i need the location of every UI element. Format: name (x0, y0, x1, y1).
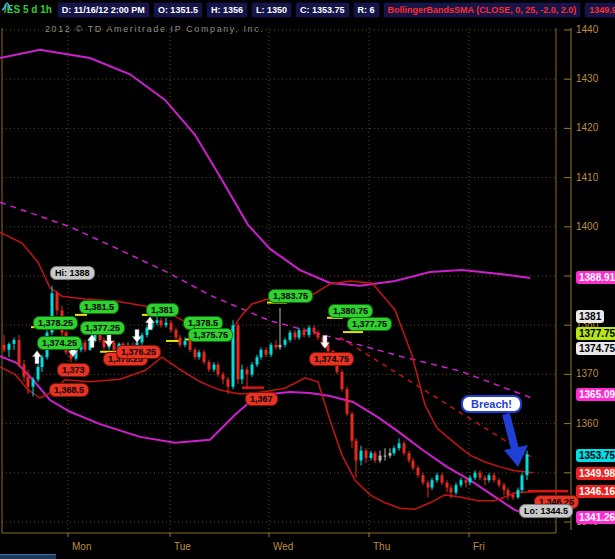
breach-arrow-shaft (506, 414, 515, 449)
candle-body (41, 357, 44, 367)
candle-body (479, 473, 482, 478)
bollinger-lower-magenta (0, 356, 533, 515)
candle-body (469, 478, 472, 483)
candle-body (455, 485, 458, 492)
price-flag: 1,377.75 (347, 317, 392, 331)
candle-body (256, 357, 259, 364)
axis-price-flag: 1365.09 (576, 388, 615, 401)
price-flag: 1,377.25 (80, 321, 125, 335)
copyright-text: 2012 © TD Ameritrade IP Company, Inc. (45, 24, 264, 34)
candle-body (160, 320, 163, 325)
day-label: Thu (373, 541, 390, 552)
candle-body (346, 389, 349, 414)
trade-arrow-down (133, 330, 142, 343)
axis-price-flag: 1349.98 (576, 467, 615, 480)
candle-body (412, 461, 415, 468)
candle-body (251, 365, 254, 375)
candle-body (365, 451, 368, 458)
candle-body (113, 342, 116, 349)
candle-body (360, 451, 363, 461)
candle-body (488, 475, 491, 480)
candle-body (422, 475, 425, 482)
price-tick-label: 1420 (576, 122, 598, 133)
candle-body (227, 379, 230, 386)
candle-body (308, 328, 311, 335)
candle-body (512, 495, 515, 497)
price-flag: 1,374.75 (309, 352, 354, 366)
chart-header: /ES 5 d 1h D: 11/16/12 2:00 PMO: 1351.5H… (0, 0, 615, 22)
candle-body (384, 456, 387, 457)
price-flag: 1,367 (245, 392, 278, 406)
candle-body (503, 485, 506, 490)
candle-body (265, 350, 268, 355)
candle-body (279, 345, 282, 347)
trade-arrow-down (105, 334, 114, 347)
candle-body (260, 350, 263, 357)
ohlc-field: R: 6 (353, 2, 380, 18)
price-tick-label: 1440 (576, 24, 598, 35)
candle-body (189, 341, 192, 350)
line-chart-icon (0, 0, 14, 14)
axis-price-flag: 1374.75 (576, 342, 615, 355)
price-flag: 1,380.75 (328, 304, 373, 318)
candle-body (298, 330, 301, 337)
day-label: Mon (72, 541, 91, 552)
candle-body (217, 365, 220, 375)
candle-body (436, 475, 439, 480)
price-flag: 1,376.25 (116, 345, 161, 359)
candle-body (32, 379, 35, 386)
candle-body (370, 453, 373, 458)
axis-price-flag: 1388.91 (576, 271, 615, 284)
candle-body (431, 480, 434, 487)
candle-body (389, 453, 392, 455)
price-flag: 1,378.25 (33, 316, 78, 330)
candle-body (222, 374, 225, 379)
candle-body (427, 483, 430, 488)
candle-body (184, 341, 187, 345)
background-window-edge (0, 554, 56, 559)
candle-body (237, 325, 240, 379)
candle-body (294, 333, 297, 338)
candle-body (417, 468, 420, 475)
day-label: Fri (473, 541, 485, 552)
bollinger-upper-magenta (0, 50, 530, 286)
price-flag: 1,373 (57, 363, 90, 377)
price-flag: 1,381.5 (79, 300, 119, 314)
candle-body (179, 338, 182, 345)
trade-arrow-up (33, 351, 42, 364)
axis-price-flag: 1377.75 (576, 327, 615, 340)
hi-lo-flag: Hi: 1388 (50, 266, 95, 280)
ohlc-field: C: 1353.75 (295, 2, 350, 18)
candle-body (393, 448, 396, 453)
candle-body (27, 377, 30, 387)
breach-arrow-head (504, 445, 528, 467)
chart-canvas[interactable] (0, 0, 615, 559)
candle-body (141, 335, 144, 342)
candle-body (175, 330, 178, 337)
candle-body (284, 340, 287, 345)
candle-body (84, 342, 87, 349)
axis-price-flag: 1381 (576, 310, 604, 323)
price-tick-label: 1410 (576, 172, 598, 183)
thinkorswim-chart-window: /ES 5 d 1h D: 11/16/12 2:00 PMO: 1351.5H… (0, 0, 615, 559)
ohlc-field: D: 11/16/12 2:00 PM (57, 2, 150, 18)
ohlc-field: O: 1351.5 (153, 2, 203, 18)
price-tick-label: 1430 (576, 73, 598, 84)
candle-body (289, 333, 292, 340)
candle-body (194, 350, 197, 357)
band-lower-red (0, 357, 533, 509)
axis-price-flag: 1346.16 (576, 485, 615, 498)
candle-body (493, 475, 496, 480)
hi-lo-flag: Lo: 1344.5 (519, 504, 573, 518)
candle-body (275, 345, 278, 347)
price-tick-label: 1400 (576, 221, 598, 232)
candle-body (517, 490, 520, 497)
candle-body (317, 333, 320, 338)
candle-body (165, 323, 168, 325)
candle-body (213, 365, 216, 370)
candle-body (498, 480, 501, 485)
day-label: Wed (273, 541, 293, 552)
candle-body (198, 352, 201, 357)
candle-body (355, 441, 358, 461)
candle-body (8, 344, 11, 350)
